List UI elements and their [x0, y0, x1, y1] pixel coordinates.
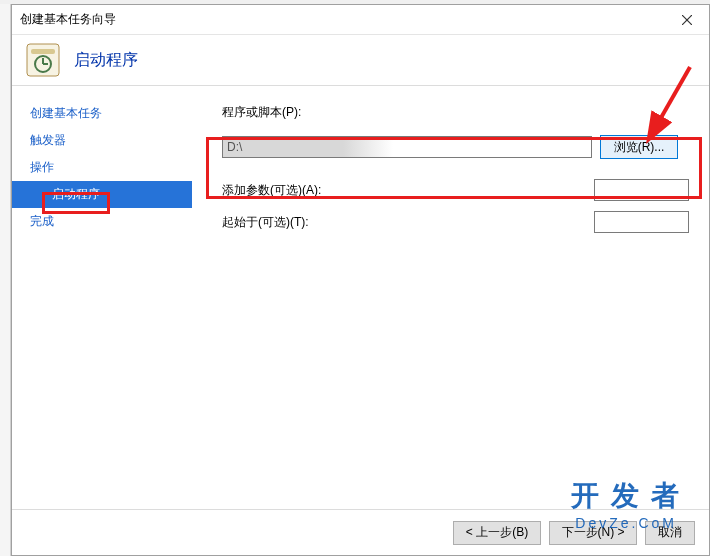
wizard-main: 程序或脚本(P): 浏览(R)... 添加参数(可选)(A): 起始于(可选)(…: [192, 86, 709, 509]
program-script-label: 程序或脚本(P):: [222, 104, 689, 121]
program-script-input[interactable]: [222, 136, 592, 158]
cancel-button[interactable]: 取消: [645, 521, 695, 545]
close-button[interactable]: [673, 9, 701, 31]
wizard-icon: [26, 43, 60, 77]
add-arguments-input[interactable]: [594, 179, 689, 201]
wizard-window: 创建基本任务向导 启动程序 创建基本任务 触发器 操作 启动程序: [11, 4, 710, 556]
args-row: 添加参数(可选)(A):: [222, 179, 689, 201]
start-in-input[interactable]: [594, 211, 689, 233]
sidebar-item-create-task[interactable]: 创建基本任务: [12, 100, 192, 127]
close-icon: [682, 15, 692, 25]
program-label-row: 程序或脚本(P):: [222, 104, 689, 121]
start-in-label: 起始于(可选)(T):: [222, 214, 332, 231]
sidebar-item-start-program[interactable]: 启动程序: [12, 181, 192, 208]
sidebar-item-trigger[interactable]: 触发器: [12, 127, 192, 154]
window-title: 创建基本任务向导: [20, 11, 673, 28]
back-button[interactable]: < 上一步(B): [453, 521, 541, 545]
left-gutter: [0, 4, 11, 556]
browse-button[interactable]: 浏览(R)...: [600, 135, 678, 159]
next-button[interactable]: 下一步(N) >: [549, 521, 637, 545]
add-arguments-label: 添加参数(可选)(A):: [222, 182, 332, 199]
wizard-body: 创建基本任务 触发器 操作 启动程序 完成 程序或脚本(P): 浏览(R)...…: [12, 86, 709, 509]
program-input-row: 浏览(R)...: [222, 135, 689, 159]
wizard-sidebar: 创建基本任务 触发器 操作 启动程序 完成: [12, 86, 192, 509]
titlebar: 创建基本任务向导: [12, 5, 709, 35]
startin-row: 起始于(可选)(T):: [222, 211, 689, 233]
sidebar-item-finish[interactable]: 完成: [12, 208, 192, 235]
wizard-button-bar: < 上一步(B) 下一步(N) > 取消: [12, 509, 709, 555]
svg-rect-3: [31, 49, 55, 54]
sidebar-item-action[interactable]: 操作: [12, 154, 192, 181]
wizard-header: 启动程序: [12, 35, 709, 85]
wizard-step-title: 启动程序: [74, 50, 138, 71]
